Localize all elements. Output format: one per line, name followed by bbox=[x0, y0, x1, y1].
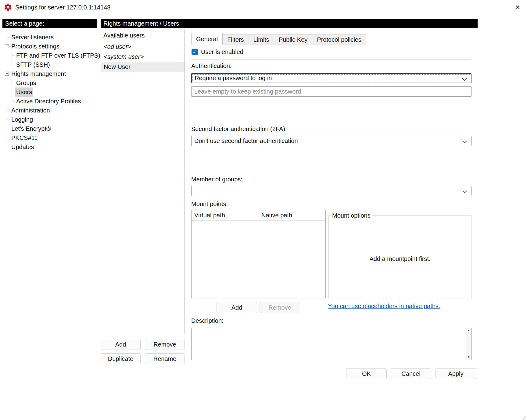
tree-guide-line bbox=[9, 74, 11, 74]
mount-points-label: Mount points: bbox=[191, 200, 228, 208]
tree-guide-line bbox=[7, 97, 7, 106]
native-path-column-header[interactable]: Native path bbox=[261, 210, 292, 220]
tree-guide-line bbox=[7, 37, 10, 37]
divider bbox=[191, 122, 471, 122]
tree-item-label: Active Directory Profiles bbox=[15, 97, 82, 106]
second-factor-value: Don't use second factor authentication bbox=[194, 137, 298, 144]
filezilla-server-icon bbox=[4, 3, 13, 12]
tree-item-pkcs-11[interactable]: PKCS#11 bbox=[2, 133, 97, 142]
scroll-down-icon[interactable]: ▼ bbox=[466, 354, 471, 360]
tree-item-label: Let's Encrypt® bbox=[10, 124, 52, 133]
remove-mountpoint-button[interactable]: Remove bbox=[260, 302, 300, 313]
tree-guide-line bbox=[7, 78, 7, 87]
page-tree: Server listenersProtocols settingsFTP an… bbox=[2, 29, 97, 363]
tree-item-label: Users bbox=[15, 87, 33, 97]
scroll-up-icon[interactable]: ▲ bbox=[466, 328, 471, 333]
tree-guide-line bbox=[7, 129, 10, 129]
select-page-header: Select a page: bbox=[2, 19, 97, 28]
ok-button[interactable]: OK bbox=[346, 368, 387, 379]
user-list-item-new-user[interactable]: New User bbox=[101, 62, 185, 72]
password-input[interactable] bbox=[191, 86, 471, 97]
mount-options-groupbox: Mount options Add a mountpoint first. bbox=[328, 212, 471, 298]
apply-button[interactable]: Apply bbox=[436, 368, 476, 379]
tree-item-label: SFTP (SSH) bbox=[15, 60, 51, 69]
available-users-list[interactable]: Available users <ad user><system user>Ne… bbox=[101, 29, 185, 334]
tree-item-label: Rights management bbox=[10, 69, 67, 78]
placeholders-link[interactable]: You can use placeholders in native paths… bbox=[328, 303, 440, 310]
tree-item-groups[interactable]: Groups bbox=[2, 78, 97, 87]
user-enabled-label[interactable]: User is enabled bbox=[201, 48, 243, 56]
divider bbox=[191, 59, 471, 60]
tab-protocol-policies[interactable]: Protocol policies bbox=[312, 34, 366, 44]
tree-item-administration[interactable]: Administration bbox=[2, 106, 97, 115]
description-textarea[interactable] bbox=[192, 328, 466, 360]
resize-grip[interactable] bbox=[521, 414, 526, 419]
tree-guide-line bbox=[12, 83, 15, 83]
description-scrollbar[interactable]: ▲ ▼ bbox=[466, 328, 471, 360]
user-list-item-ad-user[interactable]: <ad user> bbox=[101, 42, 185, 52]
tree-guide-line bbox=[7, 51, 7, 60]
user-list-item-system-user[interactable]: <system user> bbox=[101, 52, 185, 62]
tree-collapse-icon[interactable] bbox=[5, 44, 9, 48]
window-title: Settings for server 127.0.0.1:14148 bbox=[15, 3, 110, 12]
tab-general[interactable]: General bbox=[191, 33, 223, 44]
tree-item-users[interactable]: Users bbox=[2, 87, 97, 97]
tree-item-server-listeners[interactable]: Server listeners bbox=[2, 33, 97, 42]
chevron-down-icon bbox=[462, 189, 467, 194]
close-icon[interactable]: ✕ bbox=[512, 2, 523, 12]
tree-item-label: Groups bbox=[15, 78, 37, 87]
tree-item-protocols-settings[interactable]: Protocols settings bbox=[2, 42, 97, 51]
tree-item-label: Server listeners bbox=[10, 33, 55, 42]
chevron-down-icon bbox=[462, 76, 467, 81]
tab-limits[interactable]: Limits bbox=[249, 34, 274, 44]
tree-guide-line bbox=[7, 110, 10, 111]
users-list-items: <ad user><system user>New User bbox=[101, 42, 185, 72]
tree-item-label: FTP and FTP over TLS (FTPS) bbox=[15, 51, 101, 60]
virtual-path-column-header[interactable]: Virtual path bbox=[194, 210, 225, 220]
tree-item-let-s-encrypt[interactable]: Let's Encrypt® bbox=[2, 124, 97, 133]
tree-item-label: Administration bbox=[10, 106, 51, 115]
available-users-title: Available users bbox=[101, 29, 185, 42]
add-mountpoint-button[interactable]: Add bbox=[217, 302, 257, 313]
tree-guide-line bbox=[7, 138, 10, 138]
tree-item-sftp-ssh[interactable]: SFTP (SSH) bbox=[2, 60, 97, 69]
cancel-button[interactable]: Cancel bbox=[391, 368, 431, 379]
tree-collapse-icon[interactable] bbox=[5, 72, 9, 76]
member-of-groups-dropdown[interactable] bbox=[191, 186, 471, 196]
tree-item-label: Updates bbox=[10, 142, 35, 151]
tree-item-rights-management[interactable]: Rights management bbox=[2, 69, 97, 78]
tree-item-ftp-and-ftp-over-tls-ftps[interactable]: FTP and FTP over TLS (FTPS) bbox=[2, 51, 97, 60]
breadcrumb: Rights management / Users bbox=[101, 19, 478, 28]
tree-item-updates[interactable]: Updates bbox=[2, 142, 97, 151]
add-user-button[interactable]: Add bbox=[101, 339, 141, 350]
tree-item-label: Logging bbox=[10, 115, 34, 124]
tree-guide-line bbox=[9, 46, 11, 47]
remove-user-button[interactable]: Remove bbox=[145, 339, 185, 350]
member-of-groups-label: Member of groups: bbox=[191, 176, 242, 183]
mount-options-empty-message: Add a mountpoint first. bbox=[329, 255, 471, 262]
settings-tab-bar: GeneralFiltersLimitsPublic KeyProtocol p… bbox=[191, 33, 366, 44]
tree-item-active-directory-profiles[interactable]: Active Directory Profiles bbox=[2, 97, 97, 106]
tree-guide-line bbox=[12, 97, 12, 101]
checkmark-icon: ✓ bbox=[193, 49, 197, 55]
tree-guide-line bbox=[7, 87, 7, 97]
description-label: Description: bbox=[191, 317, 224, 324]
tree-guide-line bbox=[12, 92, 15, 92]
authentication-dropdown[interactable]: Require a password to log in bbox=[191, 73, 471, 83]
tab-public-key[interactable]: Public Key bbox=[274, 34, 313, 44]
duplicate-user-button[interactable]: Duplicate bbox=[101, 353, 141, 364]
authentication-value: Require a password to log in bbox=[195, 75, 272, 81]
rename-user-button[interactable]: Rename bbox=[145, 353, 185, 364]
tree-item-logging[interactable]: Logging bbox=[2, 115, 97, 124]
user-enabled-checkbox[interactable]: ✓ bbox=[192, 49, 198, 55]
chevron-down-icon bbox=[462, 139, 467, 144]
mount-points-table[interactable]: Virtual path Native path bbox=[191, 210, 326, 298]
tree-item-label: PKCS#11 bbox=[10, 133, 38, 142]
description-field-frame: ▲ ▼ bbox=[191, 328, 471, 360]
second-factor-label: Second factor authentication (2FA): bbox=[191, 125, 287, 133]
second-factor-dropdown[interactable]: Don't use second factor authentication bbox=[191, 136, 471, 146]
tree-guide-line bbox=[7, 142, 7, 147]
tab-filters[interactable]: Filters bbox=[223, 34, 249, 44]
authentication-label: Authentication: bbox=[191, 62, 231, 69]
tree-guide-line bbox=[7, 119, 10, 120]
